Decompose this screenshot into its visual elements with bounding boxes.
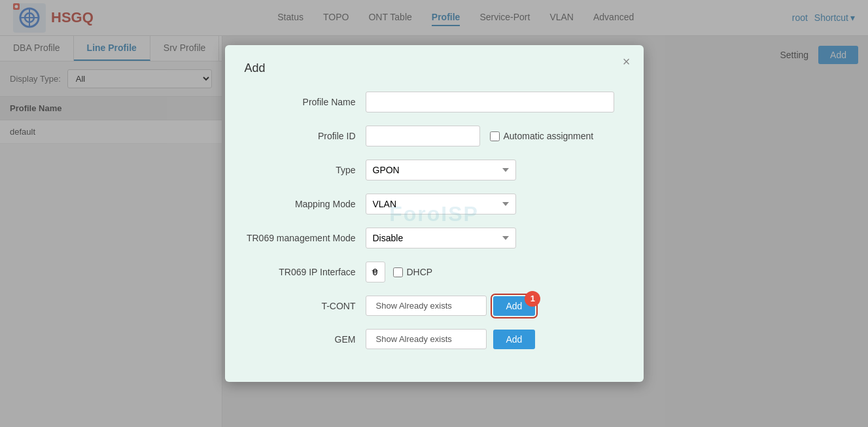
id-row: Automatic assignment	[366, 126, 594, 146]
modal-close-button[interactable]: ×	[623, 55, 631, 68]
tr069-ip-label: TR069 IP Interface	[245, 267, 356, 277]
tr069-mgmt-select[interactable]: Disable	[366, 228, 516, 248]
tr069-ip-controls: 0 DHCP	[366, 262, 433, 282]
mapping-mode-row: Mapping Mode VLAN	[245, 194, 624, 214]
profile-name-input[interactable]	[366, 92, 614, 112]
gem-show-exists-button[interactable]: Show Already exists	[366, 329, 487, 349]
tr069-mgmt-label: TR069 management Mode	[245, 233, 356, 243]
type-row: Type GPON	[245, 160, 624, 180]
gem-row: GEM Show Already exists Add	[245, 329, 624, 349]
type-label: Type	[245, 165, 356, 175]
tcont-show-exists-button[interactable]: Show Already exists	[366, 296, 487, 316]
profile-id-row: Profile ID Automatic assignment	[245, 126, 624, 146]
dhcp-text: DHCP	[407, 267, 433, 277]
automatic-assignment-text: Automatic assignment	[504, 131, 594, 141]
mapping-mode-select[interactable]: VLAN	[366, 194, 516, 214]
automatic-assignment-label[interactable]: Automatic assignment	[490, 131, 594, 141]
tcont-add-wrapper: Add 1	[493, 296, 536, 316]
tr069-mgmt-row: TR069 management Mode Disable	[245, 228, 624, 248]
modal: ForoISP Add × Profile Name Profile ID Au…	[225, 45, 644, 382]
profile-name-row: Profile Name	[245, 92, 624, 112]
gem-label: GEM	[245, 334, 356, 345]
tcont-badge: 1	[525, 291, 540, 307]
gem-controls: Show Already exists Add	[366, 329, 624, 349]
tr069-ip-select[interactable]: 0	[366, 262, 385, 282]
profile-id-label: Profile ID	[245, 131, 356, 141]
gem-add-button[interactable]: Add	[493, 330, 536, 349]
dhcp-checkbox[interactable]	[393, 267, 403, 277]
profile-id-input[interactable]	[366, 126, 480, 146]
modal-overlay: ForoISP Add × Profile Name Profile ID Au…	[0, 0, 868, 427]
tcont-row: T-CONT Show Already exists Add 1	[245, 296, 624, 316]
automatic-assignment-checkbox[interactable]	[490, 131, 500, 141]
type-select[interactable]: GPON	[366, 160, 516, 180]
tcont-controls: Show Already exists Add 1	[366, 296, 624, 316]
tr069-ip-row: TR069 IP Interface 0 DHCP	[245, 262, 624, 282]
mapping-mode-label: Mapping Mode	[245, 199, 356, 209]
tcont-label: T-CONT	[245, 301, 356, 311]
profile-name-label: Profile Name	[245, 97, 356, 107]
dhcp-label[interactable]: DHCP	[393, 267, 433, 277]
modal-title: Add	[245, 61, 624, 75]
